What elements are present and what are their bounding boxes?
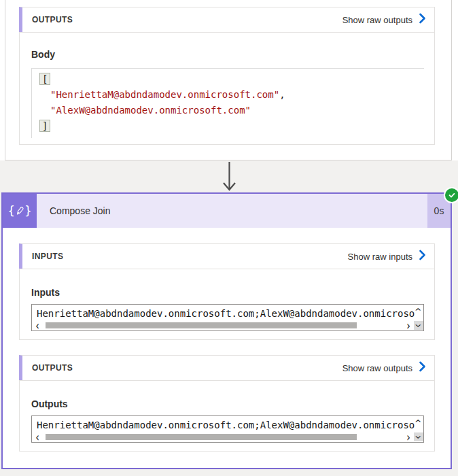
body-json-viewer: [ "HenriettaM@abdndamodev.onmicrosoft.co… [31,68,424,138]
pencil-icon [16,206,24,216]
brace-close-glyph: } [24,205,32,217]
chevron-right-icon [419,250,426,263]
inputs-field-label: Inputs [31,287,60,298]
action-title: Compose Join [50,205,111,216]
scroll-up-button[interactable]: ‹ [414,416,423,426]
json-line: [ [39,71,424,87]
body-field-label: Body [31,49,55,60]
prev-outputs-label: OUTPUTS [32,15,73,24]
outputs-section-body: Outputs HenriettaM@abdndamodev.onmicroso… [19,380,435,452]
show-raw-outputs-link[interactable]: Show raw outputs [342,13,426,27]
scrollbar-thumb[interactable] [46,434,357,440]
chevron-right-icon [419,361,426,375]
show-raw-outputs-label: Show raw outputs [342,15,412,25]
prev-outputs-section-header: OUTPUTS Show raw outputs [19,7,435,33]
comma: , [279,89,285,100]
check-icon [448,191,456,199]
outputs-value-text: HenriettaM@abdndamodev.onmicrosoft.com;A… [37,420,415,430]
inputs-section-header: INPUTS Show raw inputs [19,243,435,269]
email-string-2: "AlexW@abdndamodev.onmicrosoft.com" [50,105,251,116]
inputs-label: INPUTS [32,252,63,261]
inputs-value-textbox[interactable]: HenriettaM@abdndamodev.onmicrosoft.com;A… [31,304,424,331]
show-raw-outputs-label: Show raw outputs [342,363,412,373]
scroll-left-button[interactable]: ‹ [33,431,42,443]
success-status-badge [444,187,458,203]
show-raw-inputs-link[interactable]: Show raw inputs [348,250,426,263]
email-string-1: "HenriettaM@abdndamodev.onmicrosoft.com" [50,89,279,100]
scroll-right-button[interactable]: › [404,431,413,443]
prev-outputs-section-body: Body [ "HenriettaM@abdndamodev.onmicroso… [19,32,435,145]
compose-action-icon: { } [3,194,37,228]
json-line: ] [39,118,424,134]
brace-open-glyph: { [7,205,15,217]
chevron-right-icon [419,13,426,27]
outputs-section-header: OUTPUTS Show raw outputs [19,355,435,381]
scroll-down-button[interactable]: › [414,321,423,330]
scroll-down-icon: › [412,324,424,328]
outputs-field-label: Outputs [31,398,68,409]
compose-join-card-header[interactable]: { } Compose Join 0s [3,194,451,228]
inputs-section-body: Inputs HenriettaM@abdndamodev.onmicrosof… [19,269,435,340]
inputs-value-text: HenriettaM@abdndamodev.onmicrosoft.com;A… [37,308,415,319]
scroll-up-icon: ‹ [412,307,424,311]
compose-join-title-area: Compose Join [37,194,427,228]
scrollbar-track[interactable] [42,322,404,328]
scroll-left-button[interactable]: ‹ [33,320,42,331]
show-raw-inputs-label: Show raw inputs [348,252,412,262]
outputs-label: OUTPUTS [32,363,73,373]
scroll-right-button[interactable]: › [404,320,413,331]
json-line: "HenriettaM@abdndamodev.onmicrosoft.com"… [39,87,424,103]
flow-connector-arrow-icon [222,162,236,192]
horizontal-scrollbar[interactable]: ‹ › [33,432,413,441]
scrollbar-thumb[interactable] [46,322,357,328]
json-line: "AlexW@abdndamodev.onmicrosoft.com" [39,103,424,118]
scroll-up-button[interactable]: ‹ [414,305,423,314]
show-raw-outputs-link[interactable]: Show raw outputs [342,361,426,375]
open-bracket: [ [39,73,50,85]
horizontal-scrollbar[interactable]: ‹ › [33,321,413,330]
outputs-value-textbox[interactable]: HenriettaM@abdndamodev.onmicrosoft.com;A… [31,415,424,443]
close-bracket: ] [39,120,50,132]
scroll-up-icon: ‹ [412,419,424,423]
scrollbar-track[interactable] [42,434,404,440]
scroll-down-button[interactable]: › [414,432,423,441]
scroll-down-icon: › [412,435,424,439]
